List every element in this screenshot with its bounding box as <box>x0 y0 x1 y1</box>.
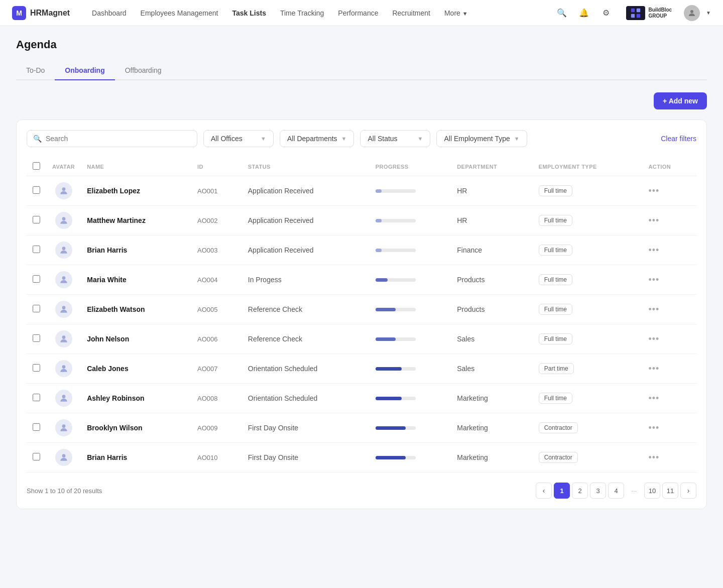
row-checkbox-cell[interactable] <box>27 384 46 413</box>
department-cell: Sales <box>451 354 532 384</box>
employment-filter[interactable]: All Employment Type ▼ <box>436 130 527 147</box>
action-cell[interactable]: ••• <box>642 236 696 265</box>
nav-link-performance[interactable]: Performance <box>332 6 384 20</box>
row-checkbox[interactable] <box>33 246 40 253</box>
nav-link-dashboard[interactable]: Dashboard <box>86 6 133 20</box>
action-cell[interactable]: ••• <box>642 413 696 443</box>
action-cell[interactable]: ••• <box>642 265 696 295</box>
add-new-button[interactable]: + Add new <box>654 92 707 109</box>
row-checkbox[interactable] <box>33 394 40 401</box>
tab-offboarding[interactable]: Offboarding <box>115 61 172 80</box>
row-checkbox-cell[interactable] <box>27 354 46 384</box>
row-checkbox-cell[interactable] <box>27 295 46 324</box>
offices-filter[interactable]: All Offices ▼ <box>203 130 274 147</box>
settings-icon[interactable]: ⚙ <box>598 5 614 21</box>
progress-cell <box>370 384 451 413</box>
action-menu-button[interactable]: ••• <box>648 304 659 315</box>
action-menu-button[interactable]: ••• <box>648 423 659 433</box>
search-box[interactable]: 🔍 <box>27 130 197 147</box>
employment-type-column-header: EMPLOYMENT TYPE <box>533 157 643 176</box>
row-checkbox-cell[interactable] <box>27 324 46 354</box>
page-button-1[interactable]: 1 <box>554 483 570 499</box>
clear-filters-button[interactable]: Clear filters <box>661 135 696 143</box>
select-all-checkbox[interactable] <box>33 162 40 170</box>
departments-filter[interactable]: All Departments ▼ <box>280 130 354 147</box>
row-checkbox-cell[interactable] <box>27 443 46 473</box>
status-cell: First Day Onsite <box>242 413 370 443</box>
row-checkbox-cell[interactable] <box>27 236 46 265</box>
row-checkbox-cell[interactable] <box>27 265 46 295</box>
id-column-header: ID <box>191 157 242 176</box>
action-cell[interactable]: ••• <box>642 295 696 324</box>
name-column-header: NAME <box>81 157 191 176</box>
progress-bar-wrap <box>376 456 416 459</box>
page-button-10[interactable]: 10 <box>644 483 660 499</box>
action-cell[interactable]: ••• <box>642 206 696 236</box>
nav-link-time-tracking[interactable]: Time Tracking <box>274 6 330 20</box>
employment-type-badge: Full time <box>539 215 572 226</box>
action-menu-button[interactable]: ••• <box>648 215 659 226</box>
top-bar: + Add new <box>16 92 707 109</box>
pagination-row: Show 1 to 10 of 20 results ‹ 1234···1011… <box>27 483 696 499</box>
action-cell[interactable]: ••• <box>642 384 696 413</box>
row-checkbox[interactable] <box>33 453 40 460</box>
next-page-button[interactable]: › <box>680 483 696 499</box>
employment-type-badge: Full time <box>539 393 572 404</box>
select-all-header <box>27 157 46 176</box>
nav-link-task-lists[interactable]: Task Lists <box>226 6 272 20</box>
tab-onboarding[interactable]: Onboarding <box>55 61 114 80</box>
department-cell: Products <box>451 265 532 295</box>
progress-bar-fill <box>376 426 406 430</box>
table-row: Ashley Robinson AO008 Orientation Schedu… <box>27 384 696 413</box>
action-menu-button[interactable]: ••• <box>648 393 659 404</box>
status-filter[interactable]: All Status ▼ <box>360 130 430 147</box>
nav-link-employees-management[interactable]: Employees Management <box>135 6 224 20</box>
action-cell[interactable]: ••• <box>642 443 696 473</box>
row-checkbox[interactable] <box>33 275 40 283</box>
svg-rect-3 <box>637 14 640 17</box>
tabs-bar: To-DoOnboardingOffboarding <box>16 61 707 80</box>
action-menu-button[interactable]: ••• <box>648 364 659 374</box>
row-checkbox[interactable] <box>33 186 40 194</box>
page-button-4[interactable]: 4 <box>608 483 624 499</box>
avatar-cell <box>46 384 81 413</box>
avatar-cell <box>46 354 81 384</box>
table-header: AVATAR NAME ID STATUS PROGRESS DEPARTMEN… <box>27 157 696 176</box>
page-content: Agenda To-DoOnboardingOffboarding + Add … <box>0 26 723 521</box>
search-icon[interactable]: 🔍 <box>554 5 570 21</box>
avatar-chevron[interactable]: ▼ <box>706 10 711 16</box>
row-checkbox-cell[interactable] <box>27 176 46 206</box>
row-checkbox-cell[interactable] <box>27 413 46 443</box>
employment-type-badge: Full time <box>539 274 572 285</box>
page-button-11[interactable]: 11 <box>662 483 678 499</box>
progress-column-header: PROGRESS <box>370 157 451 176</box>
search-input[interactable] <box>46 135 191 143</box>
department-cell: Marketing <box>451 443 532 473</box>
row-checkbox[interactable] <box>33 216 40 223</box>
prev-page-button[interactable]: ‹ <box>536 483 552 499</box>
action-cell[interactable]: ••• <box>642 176 696 206</box>
notification-icon[interactable]: 🔔 <box>576 5 592 21</box>
row-checkbox[interactable] <box>33 423 40 431</box>
page-button-2[interactable]: 2 <box>572 483 588 499</box>
user-avatar[interactable] <box>684 5 700 21</box>
row-checkbox[interactable] <box>33 334 40 342</box>
action-cell[interactable]: ••• <box>642 324 696 354</box>
action-menu-button[interactable]: ••• <box>648 275 659 285</box>
tab-to-do[interactable]: To-Do <box>16 61 55 80</box>
row-checkbox[interactable] <box>33 305 40 312</box>
progress-bar-fill <box>376 278 388 282</box>
action-menu-button[interactable]: ••• <box>648 334 659 344</box>
department-cell: Sales <box>451 324 532 354</box>
action-menu-button[interactable]: ••• <box>648 245 659 256</box>
id-cell: AO008 <box>191 384 242 413</box>
action-cell[interactable]: ••• <box>642 354 696 384</box>
nav-link-recruitment[interactable]: Recruitment <box>386 6 436 20</box>
nav-logo[interactable]: M HRMagnet <box>12 6 70 20</box>
page-button-3[interactable]: 3 <box>590 483 606 499</box>
action-menu-button[interactable]: ••• <box>648 186 659 196</box>
nav-link-more[interactable]: More ▼ <box>438 6 474 20</box>
row-checkbox-cell[interactable] <box>27 206 46 236</box>
action-menu-button[interactable]: ••• <box>648 452 659 463</box>
row-checkbox[interactable] <box>33 364 40 372</box>
